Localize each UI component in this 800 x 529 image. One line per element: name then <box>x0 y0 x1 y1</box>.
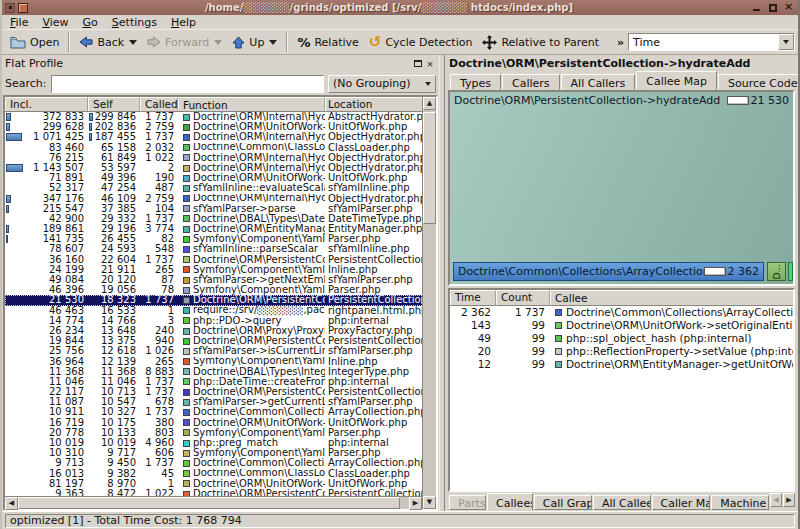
table-row[interactable]: 36 964 12 139 265 Symfony\Component\Yaml… <box>5 357 422 367</box>
column-header-function[interactable]: Function <box>178 97 325 112</box>
table-row[interactable]: 189 861 29 196 3 774 Doctrine\ORM\Entity… <box>5 224 422 234</box>
table-row[interactable]: 49 084 20 120 87 sfYamlParser->getNextEm… <box>5 275 422 285</box>
table-row[interactable]: 16 719 10 175 380 Doctrine\ORM\UnitOfWor… <box>5 418 422 428</box>
search-input[interactable] <box>51 75 325 93</box>
up-dropdown-icon[interactable] <box>269 40 277 45</box>
list-item[interactable]: 49 99 php::spl_object_hash (php:internal… <box>450 332 793 345</box>
maximize-button[interactable] <box>766 2 779 14</box>
vscroll-thumb[interactable] <box>423 112 436 224</box>
dock-close-button[interactable]: × <box>424 58 436 70</box>
forward-button[interactable]: Forward <box>142 34 227 51</box>
hscroll-thumb[interactable] <box>18 497 400 509</box>
dock-float-button[interactable] <box>412 58 424 70</box>
tab-types[interactable]: Types <box>450 74 501 90</box>
table-row[interactable]: 141 735 26 455 82 Symfony\Component\Yaml… <box>5 234 422 244</box>
table-row[interactable]: 46 396 19 056 78 Symfony\Component\Yaml\… <box>5 285 422 295</box>
table-row[interactable]: 16 013 9 382 45 Doctrine\Common\ClassLoa… <box>5 469 422 479</box>
menu-go[interactable]: Go <box>83 16 98 29</box>
table-row[interactable]: 46 463 16 533 1 require::/srv/░░░░░░,pac… <box>5 306 422 316</box>
table-row[interactable]: 71 891 49 396 190 Doctrine\ORM\UnitOfWor… <box>5 173 422 183</box>
table-row[interactable]: 19 844 13 375 940 Doctrine\ORM\Persisten… <box>5 336 422 346</box>
table-row[interactable]: 299 628 202 836 2 759 Doctrine\ORM\UnitO… <box>5 122 422 132</box>
table-row[interactable]: 24 199 21 911 265 Symfony\Component\Yaml… <box>5 265 422 275</box>
table-row[interactable]: 78 607 24 593 548 sfYamlInline::parseSca… <box>5 244 422 254</box>
close-button[interactable]: × <box>782 2 795 14</box>
table-row[interactable]: 347 176 46 109 2 759 Doctrine\ORM\Intern… <box>5 194 422 204</box>
table-row[interactable]: 11 087 10 547 678 sfYamlParser->getCurre… <box>5 397 422 407</box>
table-row[interactable]: 10 310 9 717 606 Symfony\Component\Yaml\… <box>5 448 422 458</box>
table-row-selected[interactable]: 21 530 18 323 1 737 Doctrine\ORM\Persist… <box>5 295 422 305</box>
tab-callee-map[interactable]: Callee Map <box>636 71 717 90</box>
table-row[interactable]: 26 234 13 648 240 Doctrine\ORM\Proxy\Pro… <box>5 326 422 336</box>
table-row[interactable]: 11 046 11 046 1 737 php::DateTime::creat… <box>5 377 422 387</box>
tab-scroll-left-button[interactable]: ◀ <box>770 493 782 507</box>
vscroll-track[interactable] <box>423 110 436 496</box>
table-row[interactable]: 10 019 10 019 4 960 php::preg_match php:… <box>5 438 422 448</box>
table-row[interactable]: 36 160 22 604 1 737 Doctrine\ORM\Persist… <box>5 255 422 265</box>
table-row[interactable]: 20 778 10 133 803 Symfony\Component\Yaml… <box>5 428 422 438</box>
horizontal-scrollbar[interactable]: ◀ ▶ <box>5 496 422 509</box>
tab-parts[interactable]: Parts <box>449 495 486 510</box>
table-row[interactable]: 9 363 8 472 1 022 Doctrine\ORM\Persisten… <box>5 489 422 496</box>
tab-scroll-right-button[interactable]: ▶ <box>783 493 795 507</box>
column-header-callee[interactable]: Callee <box>550 290 793 306</box>
map-child-strip[interactable] <box>788 262 793 281</box>
list-item[interactable]: 20 99 php::ReflectionProperty->setValue … <box>450 345 793 358</box>
scroll-left-button[interactable]: ◀ <box>5 497 18 510</box>
list-item[interactable]: 2 362 1 737 Doctrine\Common\Collections\… <box>450 306 793 319</box>
open-button[interactable]: Open <box>5 34 64 51</box>
vertical-scrollbar[interactable]: ▲ ▼ <box>422 97 436 509</box>
grouping-combobox[interactable]: (No Grouping) <box>328 75 436 93</box>
list-item[interactable]: 12 99 Doctrine\ORM\EntityManager->getUni… <box>450 358 793 371</box>
tab-callees[interactable]: Callees <box>487 493 533 511</box>
window-menu-button[interactable] <box>5 3 15 13</box>
tab-all-callers[interactable]: All Callers <box>561 74 636 90</box>
cycle-detection-button[interactable]: ↺ Cycle Detection <box>364 34 478 51</box>
table-row[interactable]: 1 071 425 187 455 1 737 Doctrine\ORM\Int… <box>5 132 422 142</box>
relative-toggle-button[interactable]: % Relative <box>292 33 363 52</box>
list-item[interactable]: 143 99 Doctrine\ORM\UnitOfWork->setOrigi… <box>450 319 793 332</box>
event-type-dropdown-button[interactable] <box>778 34 794 50</box>
forward-dropdown-icon[interactable] <box>214 40 222 45</box>
table-row[interactable]: 81 197 8 970 1 Doctrine\ORM\UnitOfWork-.… <box>5 479 422 489</box>
menu-file[interactable]: File <box>10 16 28 29</box>
tab-caller-map[interactable]: Caller Map <box>652 495 711 510</box>
back-button[interactable]: Back <box>74 34 142 51</box>
table-row[interactable]: 25 756 12 618 1 026 sfYamlParser->isCurr… <box>5 346 422 356</box>
table-row[interactable]: 76 215 61 849 1 022 Doctrine\ORM\Interna… <box>5 153 422 163</box>
column-header-time[interactable]: Time <box>450 290 496 306</box>
tab-call-graph[interactable]: Call Graph <box>534 495 592 510</box>
table-row[interactable]: 11 368 11 368 8 883 Doctrine\DBAL\Types\… <box>5 367 422 377</box>
column-header-count[interactable]: Count <box>496 290 550 306</box>
tab-callers[interactable]: Callers <box>502 74 560 90</box>
column-header-self[interactable]: Self <box>88 97 140 112</box>
column-header-incl[interactable]: Incl. <box>5 97 88 112</box>
tab-source-code[interactable]: Source Code <box>718 74 800 90</box>
map-child-arraycollection-add[interactable]: Doctrine\Common\Collections\ArrayCollect… <box>453 262 764 281</box>
table-row[interactable]: 372 833 299 846 1 737 Doctrine\ORM\Inter… <box>5 112 422 122</box>
grouping-dropdown-button[interactable] <box>421 76 435 92</box>
table-row[interactable]: 10 911 10 327 1 737 Doctrine\Common\Coll… <box>5 407 422 417</box>
table-row[interactable]: 42 900 29 332 1 737 Doctrine\DBAL\Types\… <box>5 214 422 224</box>
scroll-down-button[interactable]: ▼ <box>423 496 436 509</box>
scroll-up-button[interactable]: ▲ <box>423 97 436 110</box>
column-header-location[interactable]: Location <box>325 97 422 112</box>
map-child-small[interactable]: D... <box>767 262 786 281</box>
menu-view[interactable]: View <box>42 16 68 29</box>
table-row[interactable]: 14 774 14 766 3 php::PDO->query php:inte… <box>5 316 422 326</box>
menu-settings[interactable]: Settings <box>112 16 157 29</box>
table-row[interactable]: 9 713 9 450 1 737 Doctrine\Common\Collec… <box>5 458 422 468</box>
table-row[interactable]: 52 317 47 254 487 sfYamlInline::evaluate… <box>5 183 422 193</box>
table-row[interactable]: 22 117 10 713 1 737 Doctrine\ORM\Persist… <box>5 387 422 397</box>
toolbar-overflow-chevron[interactable]: » <box>617 36 624 49</box>
tab-machine-c[interactable]: Machine C <box>711 495 769 510</box>
back-dropdown-icon[interactable] <box>129 40 137 45</box>
relative-to-parent-button[interactable]: Relative to Parent <box>477 33 604 52</box>
minimize-button[interactable] <box>750 2 763 14</box>
column-header-called[interactable]: Called <box>140 97 178 112</box>
callee-map[interactable]: Doctrine\ORM\PersistentCollection->hydra… <box>448 90 795 286</box>
menu-help[interactable]: Help <box>171 16 196 29</box>
table-row[interactable]: 1 143 507 53 597 2 Doctrine\ORM\Internal… <box>5 163 422 173</box>
up-button[interactable]: Up <box>227 34 282 51</box>
event-type-combobox[interactable]: Time <box>628 33 795 51</box>
